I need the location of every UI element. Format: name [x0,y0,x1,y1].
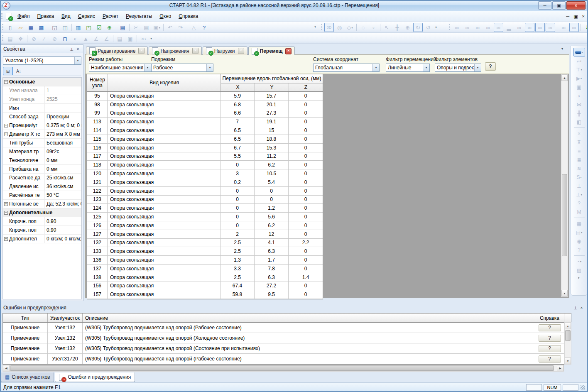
insert-node-icon[interactable]: ⊘ [29,34,39,43]
resize-grip[interactable] [581,385,585,390]
child-close-icon[interactable]: × [582,14,585,19]
custom-support-icon[interactable]: ? [573,199,585,208]
redo-icon[interactable]: ↷ [176,23,185,32]
expand-icon[interactable]: + [4,237,8,241]
sliding-support-icon[interactable]: ≡ [573,147,585,155]
tab-Нагрузки[interactable]: Нагрузки× [203,47,247,55]
sort-alphabetical-button[interactable]: A↓ [14,67,24,75]
custom-bellows-icon[interactable]: ? [573,245,585,254]
table-row[interactable]: 98Опора скользящая6.820.10 [87,100,323,109]
tab-Редактирование[interactable]: Редактирование× [86,47,148,55]
table-row[interactable]: 132Опора скользящая2.54.12.2 [87,239,323,247]
split-segment-icon[interactable]: ∕ [39,34,49,43]
results-view-10-icon[interactable]: ∞ [546,23,555,32]
guide-support-icon[interactable]: ≣ [573,155,585,164]
error-row[interactable]: ПримечаниеУзел:31720(W305) Трубопровод п… [3,354,571,364]
property-value[interactable]: 2525 [45,96,81,102]
error-row[interactable]: ПримечаниеУзел:132(W305) Трубопровод под… [3,343,571,354]
check-model-icon[interactable]: ☑ [94,23,104,32]
select-cursor-icon[interactable]: ↖ [382,23,392,32]
collapse-icon[interactable]: − [4,211,8,215]
property-value[interactable]: Бесшовная [45,140,81,146]
filter-help-button[interactable]: ? [485,62,496,71]
insert-anchor-icon[interactable]: ⊓ [60,34,70,43]
tabstrip-overflow-icon[interactable]: ▾ [561,47,563,51]
pin-icon[interactable]: ⊥ [69,46,75,52]
scroll-right-icon[interactable]: ▶ [557,365,564,371]
copy-fragment-icon[interactable]: ▤ [115,34,125,43]
results-view-6-icon[interactable]: ▂ [504,23,514,32]
tee-icon[interactable]: ⊤▾ [573,65,585,74]
delete-element-icon[interactable]: × [573,129,585,138]
bellows-icon[interactable]: ▦ [573,219,585,228]
error-help-button[interactable]: ? [539,335,561,342]
display-mode-icon[interactable]: ◇▾ [345,23,355,32]
object-selector-combo[interactable]: Участок (1-2525) ▾ [3,56,81,65]
property-value[interactable]: 36 кгс/кв.см [45,184,81,189]
table-row[interactable]: 133Опора скользящая2.56.30 [87,247,323,256]
cut-icon[interactable]: ✂ [131,23,141,32]
property-group-row[interactable]: −Дополнительные [3,208,81,217]
variable-support-icon[interactable]: ⊥▾ [573,190,585,199]
table-vertical-scrollbar[interactable]: ▲ ▼ [561,74,568,297]
toolbar-overflow[interactable]: ▾ [313,23,318,31]
menu-item-edit[interactable]: Правка [34,12,58,20]
filter-combo-5[interactable]: Опоры и подвески▾ [435,64,481,72]
change-slope-icon[interactable]: ∠ [91,34,101,43]
menu-item-calculation[interactable]: Расчет [99,12,122,20]
table-row[interactable]: 124Опора скользящая01.20 [87,204,323,213]
rotate-fragment-icon[interactable]: ◐ [71,34,80,43]
paste-icon[interactable]: ▣▾ [152,23,162,32]
filter-combo-4[interactable]: Линейные▾ [386,64,430,72]
maximize-button[interactable]: ▣ [552,1,566,10]
panel-close-icon[interactable]: × [75,46,81,52]
scrollbar-thumb[interactable] [562,174,567,256]
pin-icon[interactable]: ⊥ [572,305,578,311]
property-value[interactable]: 25 кгс/кв.см [45,175,81,181]
transition-icon[interactable]: ◧ [573,118,585,126]
bottom-tab-Ошибки и предупреждения[interactable]: Ошибки и предупреждения [55,372,135,382]
close-button[interactable]: × [566,1,586,10]
pressure-gauge-icon[interactable]: ◔▾ [573,257,585,266]
bottom-tab-Список участков[interactable]: ▤Список участков [1,372,54,382]
child-minimize-icon[interactable]: ─ [566,14,569,19]
zoom-window-icon[interactable]: ◌ [358,23,368,32]
tab-close-icon[interactable]: × [192,48,198,54]
export-results-icon[interactable]: ⇩ [583,23,588,32]
delete-icon[interactable]: ×▾ [139,34,148,43]
pan-icon[interactable]: ╋ [392,23,402,32]
table-row[interactable]: 127Опора скользящая2120 [87,230,323,239]
find-icon[interactable]: ◎ [335,23,344,32]
export-document-icon[interactable]: ◳ [84,23,93,32]
measure-angle-icon[interactable]: ∠ [102,34,111,43]
import-document-icon[interactable]: ⊕ [105,23,114,32]
measure-icon[interactable]: △ [189,23,198,32]
property-value[interactable]: 0.375 м; 0 м; 0 м [45,122,81,128]
scroll-down-icon[interactable]: ▼ [565,358,571,364]
print-preview-icon[interactable]: ◲ [50,23,59,32]
property-value[interactable]: 50 °C [45,192,81,198]
cap-icon[interactable]: ◗ [573,91,585,100]
property-value[interactable]: Да; 52.3 кгс/м; 0 [45,201,81,207]
mirror-fragment-icon[interactable]: ▲ [81,34,91,43]
table-row[interactable]: 123Опора скользящая000 [87,196,323,204]
merge-nodes-icon[interactable]: ❖ [16,34,25,43]
results-view-5-icon[interactable]: ∞ [494,23,503,32]
save-icon[interactable]: ▦ [26,23,36,32]
categorized-button[interactable]: ⊞ [3,67,13,75]
node-image-icon[interactable]: ▣ [573,83,585,91]
error-help-button[interactable]: ? [539,355,561,363]
double-bellows-icon[interactable]: ◉ [573,237,585,245]
insert-node-between-icon[interactable]: ⊘ [50,34,59,43]
calculator-icon[interactable]: ▤ [118,23,127,32]
tab-Напряжения[interactable]: Напряжения× [149,47,201,55]
overflow-icon[interactable]: ▾ [149,34,154,43]
menu-item-window[interactable]: Окно [156,12,175,20]
menu-item-results[interactable]: Результаты [122,12,156,20]
table-row[interactable]: 113Опора скользящая719.10 [87,118,323,126]
tab-close-icon[interactable]: × [285,48,292,54]
expand-icon[interactable]: + [4,124,8,127]
expand-icon[interactable]: + [4,202,8,206]
print-icon[interactable]: ◫ [60,23,70,32]
soil-section-icon[interactable]: ▨ [573,266,585,274]
